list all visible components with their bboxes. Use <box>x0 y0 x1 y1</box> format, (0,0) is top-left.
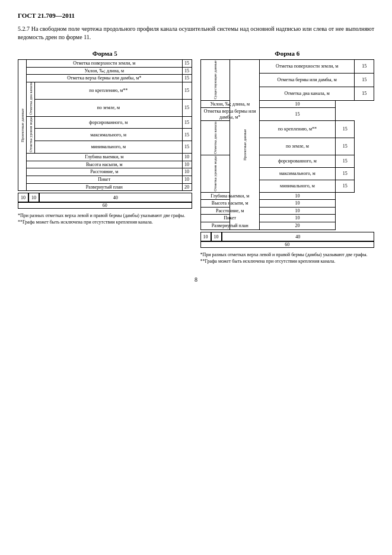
row-label: по земле, м <box>35 99 183 116</box>
row-num: 15 <box>355 87 374 100</box>
row-label: Расстояние, м <box>27 168 183 176</box>
row-num: 10 <box>259 192 335 200</box>
form5-scale: 10 10 40 60 <box>18 193 192 209</box>
row-num: 15 <box>355 60 374 74</box>
group-uroven-label: Отметка уровня воды <box>27 116 35 154</box>
row-num: 15 <box>335 138 355 155</box>
page-number: 8 <box>18 276 374 283</box>
table-row: Пикет 10 <box>200 215 374 222</box>
form6-title: Форма 6 <box>200 50 375 57</box>
scale-total: 60 <box>18 202 192 209</box>
row-num: 15 <box>182 75 192 82</box>
row-label: Отметка поверхности земли, м <box>259 60 355 74</box>
table-row: Отметка верха бермы или дамбы, м* 15 <box>18 75 192 82</box>
row-label: Отметка бермы или дамбы, м <box>259 73 355 87</box>
footnote2: **Графа может быть исключена при отсутст… <box>200 258 375 264</box>
row-num: 20 <box>259 222 335 230</box>
table-row: Пикет 10 <box>18 176 192 183</box>
row-label: форсированного, м <box>35 116 183 129</box>
row-num: 15 <box>182 129 192 141</box>
header: ГОСТ 21.709—2011 <box>18 12 374 19</box>
footnote1: *При разных отметках верха левой и право… <box>200 251 375 258</box>
table-row: Глубина выемки, м 10 <box>200 192 374 200</box>
row-num: 10 <box>182 154 192 161</box>
row-num: 20 <box>182 183 192 191</box>
row-num: 15 <box>182 67 192 75</box>
table-row: Отметка уровня воды форсированного, м 15 <box>18 116 192 129</box>
table-row: Развернутый план 20 <box>200 222 374 230</box>
scale-s1: 10 <box>200 232 211 241</box>
form5-title: Форма 5 <box>18 50 192 57</box>
row-label: по земле, м <box>259 138 335 155</box>
row-label: форсированного, м <box>259 155 335 168</box>
row-num: 15 <box>182 99 192 116</box>
row-num: 15 <box>355 73 374 87</box>
footnote2: **Графа может быть исключена при отсутст… <box>18 219 192 225</box>
row-label: по креплению, м** <box>259 121 335 138</box>
form5-section: Форма 5 Проектные данные Отметка поверхн… <box>18 50 192 225</box>
row-label: минимального, м <box>35 141 183 154</box>
table-row: Расстояние, м 10 <box>200 207 374 215</box>
table-row: Высота насыпи, м 10 <box>200 200 374 208</box>
row-label: Отметка поверхности земли, м <box>27 60 183 68</box>
form6-section: Форма 6 Существующие данные Проектные да… <box>200 50 375 264</box>
form6-footnotes: *При разных отметках верха левой и право… <box>200 251 375 264</box>
row-num: 10 <box>259 200 335 208</box>
row-label: Высота насыпи, м <box>27 161 183 168</box>
row-num: 15 <box>182 141 192 154</box>
table-row: Глубина выемки, м 10 <box>18 154 192 161</box>
form6-table: Существующие данные Проектные данные Отм… <box>200 59 375 230</box>
group-proekt-label: Проектные данные <box>230 60 260 230</box>
row-num: 15 <box>182 116 192 129</box>
table-row: Проектные данные Отметка поверхности зем… <box>18 60 192 68</box>
intro-text: 5.2.7 На свободном поле чертежа продольн… <box>18 25 374 42</box>
table-row: Уклон, ‰; длина, м 15 <box>18 67 192 75</box>
row-label: Отметка верха бермы или дамбы, м* <box>27 75 183 82</box>
row-label: минимального, м <box>259 180 335 192</box>
table-row: Отметка дна канала по креплению, м** 15 <box>18 82 192 99</box>
row-num: 10 <box>259 215 335 222</box>
document-title: ГОСТ 21.709—2011 <box>18 12 374 19</box>
group-dno-label: Отметка дна канала <box>200 121 230 155</box>
scale-s1: 10 <box>18 193 28 202</box>
row-num: 10 <box>259 100 335 108</box>
row-num: 10 <box>259 207 335 215</box>
row-label: Развернутый план <box>27 183 183 191</box>
row-num: 15 <box>259 108 335 121</box>
group-uroven-label: Отметка уровня воды <box>200 155 230 193</box>
row-label: максимального, м <box>259 167 335 180</box>
scale-s3: 40 <box>222 232 375 241</box>
scale-total: 60 <box>200 241 375 248</box>
row-num: 15 <box>335 121 355 138</box>
forms-container: Форма 5 Проектные данные Отметка поверхн… <box>18 50 374 264</box>
row-num: 15 <box>335 180 355 192</box>
table-row: Существующие данные Проектные данные Отм… <box>200 60 374 74</box>
group-exist-label: Существующие данные <box>200 60 230 101</box>
row-label: Отметка дна канала, м <box>259 87 355 100</box>
table-row: минимального, м 15 <box>18 141 192 154</box>
row-label: максимального, м <box>35 129 183 141</box>
form5-table: Проектные данные Отметка поверхности зем… <box>18 59 192 191</box>
table-row: Отметка уровня воды форсированного, м 15 <box>200 155 374 168</box>
row-num: 15 <box>182 60 192 68</box>
table-row: Уклон, ‰; длина, м 10 <box>200 100 374 108</box>
form5-footnotes: *При разных отметках верха левой и право… <box>18 212 192 225</box>
group-proekt-label: Проектные данные <box>18 60 27 191</box>
table-row: Развернутый план 20 <box>18 183 192 191</box>
row-label: по креплению, м** <box>35 82 183 99</box>
row-num: 10 <box>182 168 192 176</box>
row-num: 10 <box>182 176 192 183</box>
scale-s2: 10 <box>211 232 222 241</box>
row-num: 15 <box>182 82 192 99</box>
table-row: Расстояние, м 10 <box>18 168 192 176</box>
table-row: по земле, м 15 <box>18 99 192 116</box>
row-num: 10 <box>182 161 192 168</box>
table-row: Отметка дна канала по креплению, м** 15 <box>200 121 374 138</box>
row-num: 15 <box>335 167 355 180</box>
row-num: 15 <box>335 155 355 168</box>
row-label: Уклон, ‰; длина, м <box>27 67 183 75</box>
group-dno-label: Отметка дна канала <box>27 82 35 116</box>
table-row: максимального, м 15 <box>18 129 192 141</box>
footnote1: *При разных отметках верха левой и право… <box>18 212 192 219</box>
table-row: Отметка верха бермы или дамбы, м* 15 <box>200 108 374 121</box>
